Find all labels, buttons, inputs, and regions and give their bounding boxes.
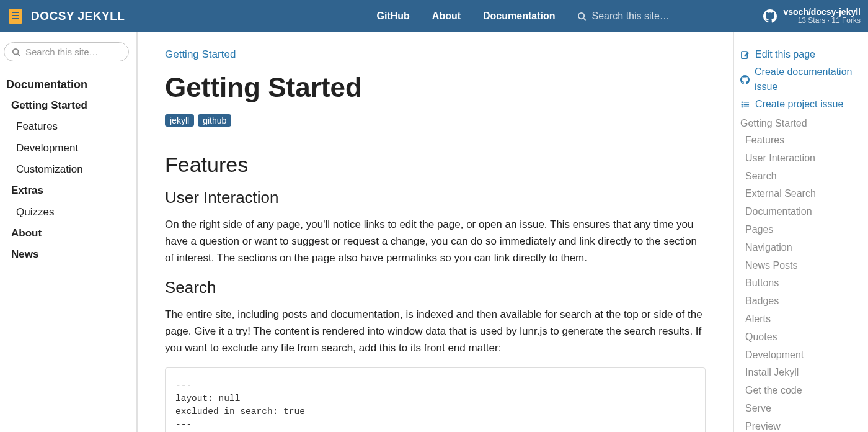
toc-item-user-interaction[interactable]: User Interaction [740, 150, 856, 168]
nav-link-docs[interactable]: Documentation [483, 11, 555, 22]
toc-item-serve[interactable]: Serve [740, 400, 856, 418]
brand-text: DOCSY JEKYLL [31, 9, 125, 23]
repo-name: vsoch/docsy-jekyll [783, 7, 861, 17]
page-title: Getting Started [165, 72, 706, 103]
svg-rect-6 [744, 102, 749, 103]
sidebar-search[interactable] [4, 42, 129, 61]
github-icon [740, 75, 750, 84]
action-doc-issue[interactable]: Create documentation issue [740, 65, 856, 94]
sidebar-item-development[interactable]: Development [2, 138, 130, 159]
toc-item-development[interactable]: Development [740, 346, 856, 364]
toc-list: Features User Interaction Search Externa… [740, 132, 856, 432]
nav-link-about[interactable]: About [432, 11, 461, 22]
toc-item-pages[interactable]: Pages [740, 221, 856, 239]
toc-item-search[interactable]: Search [740, 168, 856, 186]
svg-point-2 [13, 48, 19, 54]
toc-item-badges[interactable]: Badges [740, 292, 856, 310]
sidebar-item-news[interactable]: News [2, 244, 130, 265]
doc-icon [9, 9, 22, 24]
nav-search-input[interactable] [591, 11, 728, 22]
toc-item-buttons[interactable]: Buttons [740, 274, 856, 292]
search-icon [577, 12, 587, 21]
code-block-front-matter: --- layout: null excluded_in_search: tru… [165, 367, 706, 432]
action-edit-page[interactable]: Edit this page [740, 47, 856, 62]
sidebar-item-features[interactable]: Features [2, 116, 130, 137]
heading-user-interaction: User Interaction [165, 188, 706, 207]
repo-text: vsoch/docsy-jekyll 13 Stars · 11 Forks [783, 7, 861, 25]
heading-features: Features [165, 153, 706, 177]
svg-point-9 [742, 106, 743, 107]
toc-item-external-search[interactable]: External Search [740, 185, 856, 203]
svg-rect-10 [744, 106, 749, 107]
github-icon [763, 9, 777, 23]
svg-point-7 [742, 104, 743, 105]
breadcrumb: Getting Started [165, 48, 706, 61]
toc-item-news-posts[interactable]: News Posts [740, 257, 856, 275]
svg-line-1 [584, 18, 587, 20]
sidebar-item-quizzes[interactable]: Quizzes [2, 202, 130, 223]
toc-item-preview[interactable]: Preview [740, 418, 856, 432]
heading-search: Search [165, 278, 706, 297]
search-icon [12, 48, 20, 56]
list-icon [740, 100, 750, 109]
sidebar-item-customization[interactable]: Customization [2, 159, 130, 180]
top-navbar: DOCSY JEKYLL GitHub About Documentation … [0, 0, 868, 32]
sidebar-section-documentation[interactable]: Documentation [2, 75, 130, 95]
toc-item-features[interactable]: Features [740, 132, 856, 150]
sidebar-item-extras[interactable]: Extras [2, 180, 130, 201]
toc-item-alerts[interactable]: Alerts [740, 310, 856, 328]
sidebar-left: Documentation Getting Started Features D… [0, 32, 138, 432]
paragraph-search: The entire site, including posts and doc… [165, 306, 706, 357]
action-project-issue[interactable]: Create project issue [740, 97, 856, 112]
svg-rect-8 [744, 104, 749, 105]
edit-icon [740, 50, 750, 60]
sidebar-item-getting-started[interactable]: Getting Started [2, 95, 130, 116]
toc-item-quotes[interactable]: Quotes [740, 328, 856, 346]
tag-jekyll[interactable]: jekyll [165, 114, 194, 127]
repo-link[interactable]: vsoch/docsy-jekyll 13 Stars · 11 Forks [763, 7, 861, 25]
svg-line-3 [18, 53, 20, 56]
action-doc-issue-label: Create documentation issue [755, 65, 856, 94]
brand[interactable]: DOCSY JEKYLL [9, 9, 125, 24]
toc-item-get-the-code[interactable]: Get the code [740, 382, 856, 400]
sidebar-search-input[interactable] [25, 47, 121, 57]
nav-link-github[interactable]: GitHub [377, 11, 410, 22]
svg-point-0 [578, 12, 584, 18]
toc-item-documentation[interactable]: Documentation [740, 203, 856, 221]
nav-links: GitHub About Documentation [377, 11, 556, 22]
action-project-issue-label: Create project issue [755, 97, 843, 112]
repo-meta: 13 Stars · 11 Forks [783, 17, 861, 25]
tag-list: jekyll github [165, 114, 706, 127]
main-content: Getting Started Getting Started jekyll g… [138, 32, 733, 432]
nav-search[interactable] [577, 11, 757, 22]
tag-github[interactable]: github [198, 114, 231, 127]
breadcrumb-link[interactable]: Getting Started [165, 48, 236, 60]
toc-item-navigation[interactable]: Navigation [740, 239, 856, 257]
paragraph-user-interaction: On the right side of any page, you'll no… [165, 216, 706, 267]
sidebar-right: Edit this page Create documentation issu… [733, 32, 861, 432]
toc-item-install-jekyll[interactable]: Install Jekyll [740, 364, 856, 382]
action-edit-label: Edit this page [755, 47, 815, 62]
svg-point-5 [742, 101, 743, 102]
sidebar-item-about[interactable]: About [2, 223, 130, 244]
toc-root[interactable]: Getting Started [740, 118, 856, 129]
